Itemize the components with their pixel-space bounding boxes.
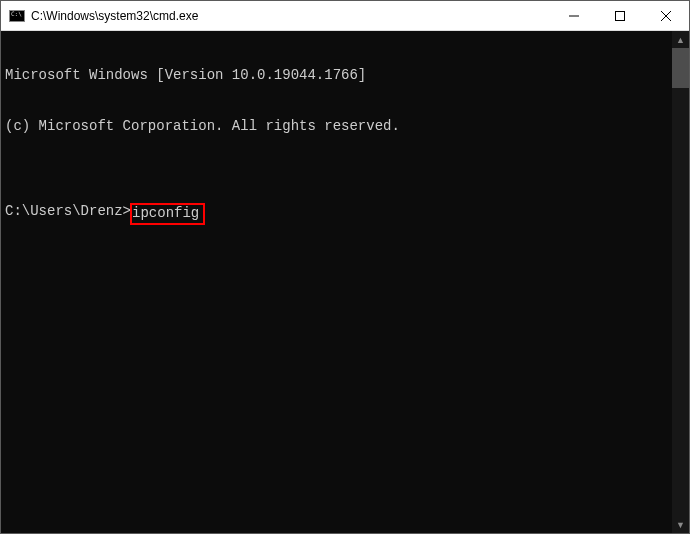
maximize-button[interactable] (597, 1, 643, 30)
window-controls (551, 1, 689, 30)
vertical-scrollbar[interactable]: ▲ ▼ (672, 31, 689, 533)
maximize-icon (615, 11, 625, 21)
prompt-text: C:\Users\Drenz> (5, 203, 131, 220)
close-icon (661, 11, 671, 21)
command-text: ipconfig (132, 205, 199, 221)
version-line: Microsoft Windows [Version 10.0.19044.17… (5, 67, 668, 84)
prompt-line: C:\Users\Drenz>ipconfig (5, 203, 668, 225)
scroll-down-arrow-icon[interactable]: ▼ (672, 516, 689, 533)
titlebar[interactable]: C:\Windows\system32\cmd.exe (1, 1, 689, 31)
copyright-line: (c) Microsoft Corporation. All rights re… (5, 118, 668, 135)
cmd-icon (9, 10, 25, 22)
terminal-output[interactable]: Microsoft Windows [Version 10.0.19044.17… (1, 31, 672, 533)
scroll-up-arrow-icon[interactable]: ▲ (672, 31, 689, 48)
cmd-window: C:\Windows\system32\cmd.exe Microsoft Wi… (0, 0, 690, 534)
window-title: C:\Windows\system32\cmd.exe (31, 9, 551, 23)
command-highlight: ipconfig (130, 203, 205, 225)
scroll-track[interactable] (672, 88, 689, 516)
content-area: Microsoft Windows [Version 10.0.19044.17… (1, 31, 689, 533)
minimize-icon (569, 11, 579, 21)
close-button[interactable] (643, 1, 689, 30)
minimize-button[interactable] (551, 1, 597, 30)
scroll-thumb[interactable] (672, 48, 689, 88)
svg-rect-1 (616, 11, 625, 20)
